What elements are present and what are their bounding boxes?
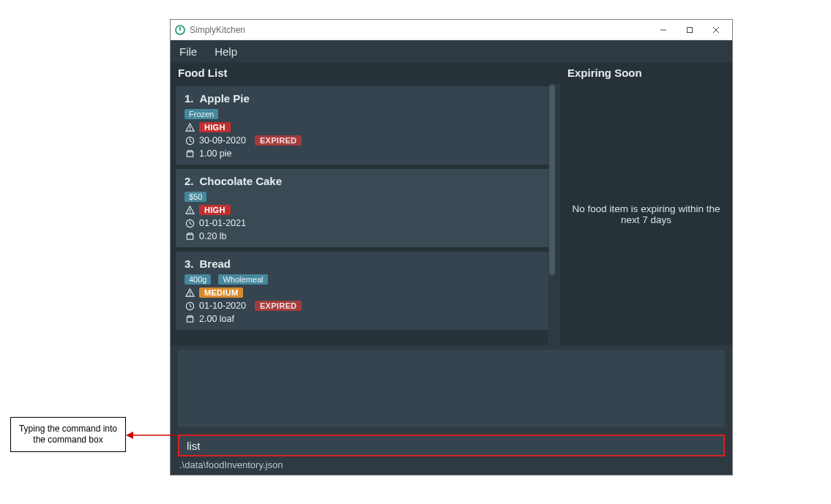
menubar: File Help: [171, 40, 732, 62]
food-list-header: Food List: [171, 62, 560, 83]
storage-path: .\data\foodInventory.json: [179, 459, 283, 470]
food-item[interactable]: 1. Apple Pie Frozen HIGH: [176, 86, 553, 165]
expired-badge: EXPIRED: [255, 135, 302, 146]
food-index: 1.: [185, 92, 194, 105]
command-input[interactable]: [178, 435, 725, 456]
priority-badge: HIGH: [199, 205, 231, 215]
food-tag: 400g: [185, 274, 211, 285]
window-close-button[interactable]: [703, 20, 729, 40]
expiring-empty-text: No food item is expiring within the next…: [567, 203, 725, 225]
food-tag: Frozen: [185, 109, 218, 119]
svg-rect-3: [687, 27, 693, 32]
food-item[interactable]: 3. Bread 400g Wholemeal MEDIUM: [176, 252, 553, 330]
app-window: SimplyKitchen File Help Food List Expiri…: [170, 19, 733, 475]
food-date: 01-10-2020: [199, 301, 246, 311]
menu-file[interactable]: File: [176, 44, 200, 59]
warning-icon: [185, 206, 195, 215]
svg-point-13: [189, 211, 190, 212]
box-icon: [185, 315, 195, 324]
food-date: 30-09-2020: [199, 135, 246, 146]
svg-point-19: [189, 294, 190, 295]
svg-rect-1: [179, 27, 181, 31]
window-maximize-button[interactable]: [677, 20, 703, 40]
food-name: Chocolate Cake: [200, 175, 283, 187]
food-index: 2.: [185, 175, 194, 187]
command-wrap: [178, 435, 725, 456]
clock-icon: [185, 136, 195, 146]
section-headers: Food List Expiring Soon: [171, 62, 732, 83]
food-quantity: 2.00 loaf: [199, 314, 234, 324]
svg-rect-17: [187, 234, 193, 239]
annotation-callout: Typing the command into the command box: [10, 417, 126, 452]
app-body: File Help Food List Expiring Soon 1. App…: [171, 40, 732, 475]
status-bar: .\data\foodInventory.json: [171, 456, 732, 475]
food-list-panel: 1. Apple Pie Frozen HIGH: [171, 83, 556, 345]
window-title: SimplyKitchen: [190, 25, 245, 35]
scrollbar[interactable]: [548, 83, 556, 345]
main-columns: 1. Apple Pie Frozen HIGH: [171, 83, 732, 345]
titlebar: SimplyKitchen: [171, 20, 732, 40]
window-minimize-button[interactable]: [650, 20, 677, 40]
scrollbar-thumb[interactable]: [549, 85, 555, 275]
food-tag: Wholemeal: [218, 274, 267, 285]
svg-line-16: [190, 223, 191, 224]
food-date: 01-01-2021: [199, 218, 246, 228]
priority-badge: HIGH: [199, 122, 231, 132]
food-quantity: 0.20 lb: [199, 231, 227, 241]
food-index: 3.: [185, 257, 194, 270]
box-icon: [185, 232, 195, 241]
svg-marker-25: [126, 432, 133, 439]
app-logo-icon: [175, 25, 185, 35]
clock-icon: [185, 301, 195, 311]
food-tag: $50: [185, 192, 206, 202]
food-quantity: 1.00 pie: [199, 148, 231, 159]
svg-rect-23: [187, 317, 193, 322]
food-name: Apple Pie: [200, 92, 250, 105]
food-list-scroll[interactable]: 1. Apple Pie Frozen HIGH: [176, 86, 553, 342]
svg-point-7: [189, 129, 190, 129]
warning-icon: [185, 288, 195, 298]
food-item[interactable]: 2. Chocolate Cake $50 HIGH: [176, 169, 553, 247]
output-area: [178, 350, 725, 427]
svg-rect-11: [187, 151, 193, 157]
svg-line-10: [190, 140, 191, 141]
expiring-panel: No food item is expiring within the next…: [560, 83, 732, 345]
box-icon: [185, 149, 195, 159]
food-name: Bread: [200, 257, 231, 270]
svg-line-22: [190, 306, 191, 306]
expired-badge: EXPIRED: [255, 301, 302, 311]
priority-badge: MEDIUM: [199, 287, 243, 298]
annotation-text: Typing the command into the command box: [15, 424, 121, 445]
expiring-header: Expiring Soon: [560, 62, 732, 83]
clock-icon: [185, 219, 195, 228]
warning-icon: [185, 123, 195, 132]
menu-help[interactable]: Help: [212, 44, 240, 59]
